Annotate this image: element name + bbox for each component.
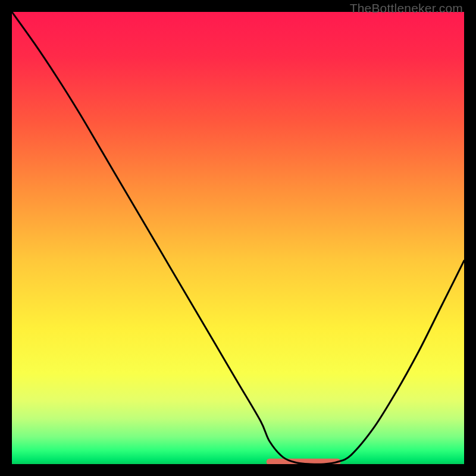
- bottleneck-curve-svg: [12, 12, 464, 464]
- bottleneck-curve-line: [12, 12, 464, 464]
- chart-frame: TheBottleneker.com: [0, 0, 476, 476]
- watermark-text: TheBottleneker.com: [350, 1, 463, 15]
- plot-area: [12, 12, 464, 464]
